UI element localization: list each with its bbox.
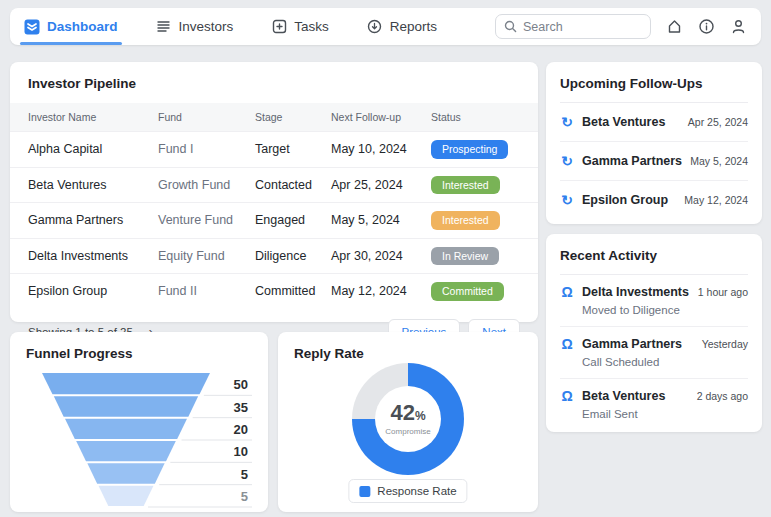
followup-date: Apr 25, 2024	[688, 116, 748, 128]
donut-chart: 42% Compromise	[352, 363, 464, 475]
nav-item-tasks[interactable]: Tasks	[271, 8, 329, 45]
stage-cell: Diligence	[255, 238, 331, 274]
followup-name: Epsilon Group	[582, 193, 668, 207]
refresh-circle-icon: ↻	[560, 115, 574, 129]
next-followup-cell: Apr 30, 2024	[331, 238, 431, 274]
nav-label-dashboard: Dashboard	[47, 19, 118, 34]
investor-name-cell: Gamma Partners	[10, 203, 158, 239]
investor-name-cell: Alpha Capital	[10, 132, 158, 168]
nav-item-dashboard[interactable]: Dashboard	[24, 8, 118, 45]
fund-cell: Venture Fund	[158, 203, 255, 239]
pipeline-table: Investor Name Fund Stage Next Follow-up …	[10, 103, 538, 309]
home-icon[interactable]	[665, 18, 683, 36]
funnel-segment	[42, 373, 210, 394]
activity-item[interactable]: ΩBeta Ventures2 days agoEmail Sent	[560, 379, 748, 430]
followup-item[interactable]: ↻Beta VenturesApr 25, 2024	[560, 103, 748, 142]
recent-activity-card: Recent Activity ΩDelta Investments1 hour…	[546, 234, 762, 432]
investor-name-cell: Epsilon Group	[10, 274, 158, 309]
fund-cell: Equity Fund	[158, 238, 255, 274]
nav-label-tasks: Tasks	[294, 19, 329, 34]
activity-detail: Email Sent	[582, 408, 748, 420]
status-badge: Committed	[431, 282, 504, 301]
legend-label: Response Rate	[377, 485, 456, 497]
funnel-segment	[76, 441, 176, 461]
stage-cell: Target	[255, 132, 331, 168]
user-icon[interactable]	[729, 18, 747, 36]
refresh-circle-icon: ↻	[560, 154, 574, 168]
funnel-progress-card: Funnel Progress 5035201055	[10, 332, 268, 512]
status-cell: In Review	[431, 238, 538, 274]
table-header-row: Investor Name Fund Stage Next Follow-up …	[10, 103, 538, 132]
donut-center: 42% Compromise	[375, 386, 441, 452]
activity-time: 2 days ago	[697, 390, 748, 402]
omega-icon: Ω	[560, 285, 574, 299]
activity-time: Yesterday	[702, 338, 748, 350]
followup-item[interactable]: ↻Epsilon GroupMay 12, 2024	[560, 181, 748, 219]
status-cell: Committed	[431, 274, 538, 309]
stage-cell: Committed	[255, 274, 331, 309]
followup-date: May 5, 2024	[690, 155, 748, 167]
omega-icon: Ω	[560, 337, 574, 351]
funnel-value-label: 20	[234, 422, 248, 437]
stage-cell: Engaged	[255, 203, 331, 239]
nav-label-investors: Investors	[179, 19, 234, 34]
funnel-value-label: 10	[234, 444, 248, 459]
funnel-value-label: 5	[241, 489, 248, 504]
status-cell: Interested	[431, 203, 538, 239]
table-row[interactable]: Epsilon GroupFund IICommittedMay 12, 202…	[10, 274, 538, 309]
funnel-segment	[54, 396, 198, 416]
funnel-segment	[87, 463, 164, 483]
report-circle-icon	[367, 19, 383, 35]
status-badge: In Review	[431, 247, 499, 266]
fund-cell: Growth Fund	[158, 167, 255, 203]
activity-item[interactable]: ΩGamma PartnersYesterdayCall Scheduled	[560, 327, 748, 379]
investor-name-cell: Delta Investments	[10, 238, 158, 274]
reply-rate-card: Reply Rate 42% Compromise Response Rate	[278, 332, 538, 512]
chart-legend: Response Rate	[348, 479, 467, 503]
status-badge: Interested	[431, 176, 500, 195]
upcoming-followups-card: Upcoming Follow-Ups ↻Beta VenturesApr 25…	[546, 62, 762, 224]
nav-item-reports[interactable]: Reports	[367, 8, 437, 45]
search-icon	[504, 20, 517, 33]
omega-icon: Ω	[560, 389, 574, 403]
funnel-title: Funnel Progress	[26, 346, 254, 361]
funnel-segment	[99, 486, 154, 506]
col-header-next-followup: Next Follow-up	[331, 103, 431, 132]
activity-name: Gamma Partners	[582, 337, 682, 351]
info-icon[interactable]	[697, 18, 715, 36]
table-row[interactable]: Beta VenturesGrowth FundContactedApr 25,…	[10, 167, 538, 203]
activity-title: Recent Activity	[560, 248, 748, 263]
activity-name: Delta Investments	[582, 285, 689, 299]
donut-value: 42%	[390, 402, 425, 424]
donut-center-label: Compromise	[385, 427, 430, 436]
nav-label-reports: Reports	[390, 19, 437, 34]
nav-item-investors[interactable]: Investors	[156, 8, 234, 45]
reply-rate-title: Reply Rate	[294, 346, 522, 361]
followup-item[interactable]: ↻Gamma PartnersMay 5, 2024	[560, 142, 748, 181]
col-header-stage: Stage	[255, 103, 331, 132]
funnel-value-label: 35	[234, 400, 248, 415]
fund-cell: Fund II	[158, 274, 255, 309]
activity-time: 1 hour ago	[698, 286, 748, 298]
search-input[interactable]	[523, 20, 642, 34]
dashboard-icon	[24, 19, 40, 35]
table-row[interactable]: Delta InvestmentsEquity FundDiligenceApr…	[10, 238, 538, 274]
table-row[interactable]: Alpha CapitalFund ITargetMay 10, 2024Pro…	[10, 132, 538, 168]
plus-square-icon	[271, 19, 287, 35]
funnel-segment	[65, 419, 187, 439]
list-icon	[156, 19, 172, 35]
next-followup-cell: Apr 25, 2024	[331, 167, 431, 203]
pipeline-title: Investor Pipeline	[10, 76, 538, 103]
search-box[interactable]	[495, 14, 651, 39]
funnel-chart: 5035201055	[26, 369, 254, 513]
activity-detail: Call Scheduled	[582, 356, 748, 368]
next-followup-cell: May 12, 2024	[331, 274, 431, 309]
followup-date: May 12, 2024	[684, 194, 748, 206]
activity-item[interactable]: ΩDelta Investments1 hour agoMoved to Dil…	[560, 275, 748, 327]
col-header-investor-name: Investor Name	[10, 103, 158, 132]
refresh-circle-icon: ↻	[560, 193, 574, 207]
col-header-status: Status	[431, 103, 538, 132]
followups-title: Upcoming Follow-Ups	[560, 76, 748, 91]
next-followup-cell: May 5, 2024	[331, 203, 431, 239]
table-row[interactable]: Gamma PartnersVenture FundEngagedMay 5, …	[10, 203, 538, 239]
